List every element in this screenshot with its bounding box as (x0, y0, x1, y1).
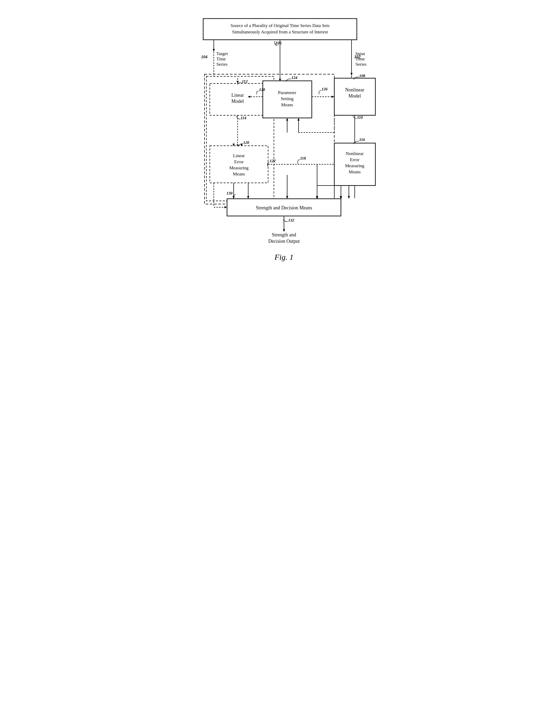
svg-marker-90 (283, 229, 285, 232)
svg-text:Target: Target (217, 51, 228, 56)
svg-text:Parameter: Parameter (278, 90, 296, 95)
svg-text:122: 122 (270, 159, 276, 163)
svg-text:Nonlinear: Nonlinear (346, 151, 364, 156)
svg-text:112: 112 (242, 79, 248, 83)
svg-text:Series: Series (217, 62, 228, 67)
svg-text:110: 110 (357, 115, 363, 120)
svg-text:126: 126 (321, 87, 328, 91)
svg-text:106: 106 (275, 41, 281, 45)
svg-text:Model: Model (348, 93, 361, 99)
svg-text:Time: Time (355, 56, 365, 61)
svg-marker-45 (332, 96, 334, 98)
svg-text:Time: Time (217, 56, 226, 61)
svg-text:Measuring: Measuring (345, 163, 364, 168)
svg-text:116: 116 (359, 138, 365, 142)
svg-text:Linear: Linear (232, 92, 244, 98)
svg-text:Means: Means (233, 171, 245, 177)
svg-rect-53 (210, 146, 268, 183)
svg-text:Series: Series (355, 62, 367, 67)
svg-text:Linear: Linear (233, 153, 245, 158)
diagram-svg: Source of a Plurality of Original Time S… (187, 16, 389, 276)
svg-text:118: 118 (300, 156, 306, 160)
svg-text:108: 108 (359, 74, 365, 78)
svg-text:124: 124 (291, 76, 297, 80)
svg-text:Decision Output: Decision Output (269, 239, 300, 244)
svg-text:130: 130 (227, 191, 233, 195)
svg-text:Setting: Setting (281, 96, 294, 101)
svg-text:128: 128 (259, 87, 265, 92)
svg-text:Model: Model (232, 99, 244, 104)
svg-text:120: 120 (243, 140, 249, 145)
svg-marker-85 (225, 206, 227, 208)
svg-marker-5 (213, 49, 215, 52)
svg-text:Source of a Plurality of Origi: Source of a Plurality of Original Time S… (231, 23, 329, 28)
svg-marker-87 (233, 196, 235, 199)
svg-text:Simultaneously Acquired from a: Simultaneously Acquired from a Structure… (232, 29, 328, 34)
svg-text:Input: Input (355, 51, 365, 56)
svg-text:104: 104 (201, 55, 208, 59)
svg-text:Nonlinear: Nonlinear (345, 87, 364, 92)
svg-marker-48 (286, 118, 288, 121)
svg-text:Strength and Decision Means: Strength and Decision Means (256, 205, 312, 210)
svg-text:Means: Means (348, 169, 360, 174)
svg-text:Error: Error (350, 157, 359, 162)
svg-text:Strength and: Strength and (272, 232, 296, 237)
svg-marker-101 (348, 196, 350, 199)
svg-text:114: 114 (241, 116, 247, 120)
svg-text:Error: Error (234, 159, 244, 164)
fig-label: Fig. 1 (274, 253, 293, 261)
svg-marker-75 (247, 196, 249, 199)
svg-marker-50 (297, 118, 299, 121)
diagram-container: Source of a Plurality of Original Time S… (179, 5, 381, 293)
svg-marker-11 (350, 73, 352, 76)
svg-text:132: 132 (288, 218, 294, 222)
svg-rect-0 (203, 19, 357, 40)
svg-text:Measuring: Measuring (230, 165, 249, 170)
svg-text:Means: Means (281, 102, 293, 107)
